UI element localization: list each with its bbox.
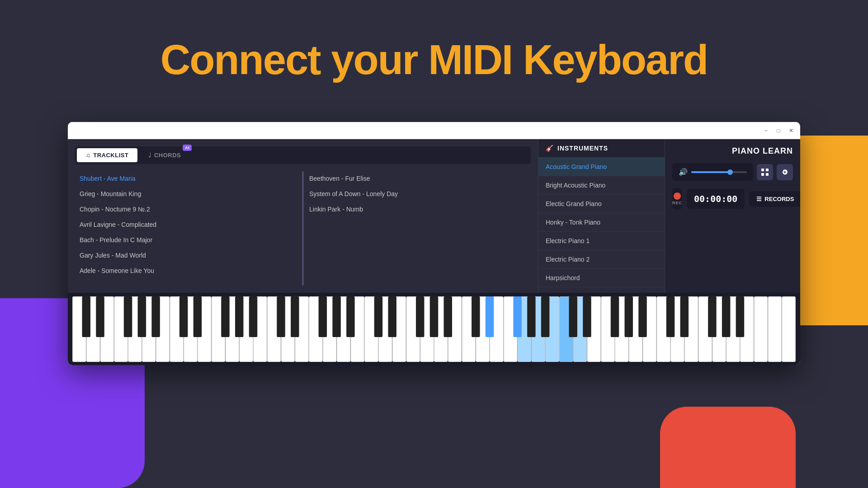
- svg-rect-2: [761, 173, 764, 176]
- list-item[interactable]: Bach - Prelude In C Major: [75, 233, 301, 247]
- piano-svg: [72, 296, 796, 362]
- record-row: REC 00:00:00 ☰ RECORDS: [672, 188, 793, 210]
- instrument-item[interactable]: Acoustic Grand Piano: [538, 158, 665, 176]
- black-key[interactable]: [722, 296, 730, 337]
- instruments-panel: 🎸 INSTRUMENTS Acoustic Grand Piano Brigh…: [538, 139, 665, 293]
- black-key[interactable]: [249, 296, 257, 337]
- bg-decoration-red: [660, 407, 796, 488]
- guitar-icon: 🎸: [546, 145, 554, 152]
- list-item[interactable]: System of A Down - Lonely Day: [305, 187, 531, 201]
- title-bar: − □ ✕: [68, 122, 800, 139]
- svg-rect-0: [761, 169, 764, 171]
- close-button[interactable]: ✕: [788, 127, 795, 134]
- white-key[interactable]: [754, 296, 768, 362]
- instrument-item[interactable]: Honky - Tonk Piano: [538, 213, 665, 232]
- black-key[interactable]: [319, 296, 327, 337]
- svg-rect-1: [766, 169, 769, 171]
- list-item[interactable]: Avril Lavigne - Complicated: [75, 217, 301, 232]
- white-key[interactable]: [768, 296, 782, 362]
- chords-tab-icon: ♩: [148, 152, 151, 159]
- list-item[interactable]: Beethoven - Fur Elise: [305, 171, 531, 186]
- tracklist-tab-label: TRACKLIST: [93, 152, 128, 159]
- instrument-item[interactable]: Electic Grand Piano: [538, 195, 665, 213]
- tracklist-tab-icon: ♫: [86, 152, 90, 159]
- black-key[interactable]: [513, 296, 521, 337]
- app-content: ♫ TRACKLIST AI ♩ CHORDS Shubert - Ave Ma…: [68, 139, 800, 293]
- left-panel: ♫ TRACKLIST AI ♩ CHORDS Shubert - Ave Ma…: [68, 139, 538, 293]
- black-key[interactable]: [416, 296, 424, 337]
- piano-learn-title: PIANO LEARN: [672, 146, 793, 156]
- black-key[interactable]: [666, 296, 675, 337]
- instrument-item[interactable]: Bright Acoustic Piano: [538, 176, 665, 195]
- black-key[interactable]: [430, 296, 438, 337]
- tracklist: Shubert - Ave Maria Grieg - Mountain Kin…: [75, 171, 531, 286]
- grid-view-button[interactable]: [757, 164, 773, 180]
- instruments-title: 🎸 INSTRUMENTS: [546, 145, 608, 152]
- app-window: − □ ✕ ♫ TRACKLIST AI ♩ CHORDS: [68, 122, 800, 365]
- timer-display: 00:00:00: [687, 189, 745, 209]
- records-label: RECORDS: [764, 196, 794, 202]
- black-key[interactable]: [151, 296, 160, 337]
- instrument-item[interactable]: Harpsichord: [538, 269, 665, 287]
- black-key[interactable]: [82, 296, 90, 337]
- black-key[interactable]: [221, 296, 229, 337]
- right-panel: PIANO LEARN 🔊: [665, 139, 800, 293]
- volume-slider[interactable]: [691, 171, 747, 173]
- main-title: Connect your MIDI Keyboard: [0, 0, 868, 84]
- list-item[interactable]: Shubert - Ave Maria: [75, 171, 301, 186]
- list-item[interactable]: Linkin Park - Numb: [305, 202, 531, 216]
- list-item[interactable]: Chopin - Nocturne 9 №.2: [75, 202, 301, 216]
- black-key[interactable]: [235, 296, 243, 337]
- instrument-item[interactable]: Electric Piano 1: [538, 232, 665, 250]
- black-key[interactable]: [124, 296, 132, 337]
- chords-tab-label: CHORDS: [154, 152, 181, 159]
- black-key[interactable]: [444, 296, 452, 337]
- volume-control: 🔊: [672, 163, 753, 181]
- black-key[interactable]: [291, 296, 299, 337]
- black-key[interactable]: [569, 296, 577, 337]
- volume-fill: [691, 171, 730, 173]
- black-key[interactable]: [332, 296, 340, 337]
- records-icon: ☰: [756, 196, 762, 202]
- black-key[interactable]: [472, 296, 480, 337]
- rec-dot: [674, 192, 681, 200]
- black-key[interactable]: [277, 296, 285, 337]
- black-key[interactable]: [96, 296, 104, 337]
- tab-chords[interactable]: AI ♩ CHORDS: [139, 148, 190, 162]
- black-key[interactable]: [179, 296, 188, 337]
- settings-button[interactable]: [777, 164, 793, 180]
- black-key[interactable]: [708, 296, 716, 337]
- black-key[interactable]: [138, 296, 146, 337]
- rec-button[interactable]: REC: [672, 188, 682, 210]
- black-key[interactable]: [736, 296, 744, 337]
- minimize-button[interactable]: −: [762, 127, 769, 134]
- records-button[interactable]: ☰ RECORDS: [749, 191, 800, 207]
- instrument-item[interactable]: Electric Piano 2: [538, 250, 665, 269]
- black-key[interactable]: [611, 296, 619, 337]
- black-key[interactable]: [193, 296, 202, 337]
- white-key[interactable]: [782, 296, 796, 362]
- list-item[interactable]: Gary Jules - Mad World: [75, 248, 301, 263]
- tab-tracklist[interactable]: ♫ TRACKLIST: [77, 148, 137, 162]
- rec-label: REC: [672, 201, 682, 205]
- black-key[interactable]: [541, 296, 549, 337]
- black-key[interactable]: [374, 296, 382, 337]
- black-key[interactable]: [388, 296, 396, 337]
- black-key[interactable]: [625, 296, 633, 337]
- instruments-list: Acoustic Grand Piano Bright Acoustic Pia…: [538, 158, 665, 293]
- instruments-title-label: INSTRUMENTS: [557, 145, 608, 152]
- black-key[interactable]: [346, 296, 354, 337]
- maximize-button[interactable]: □: [775, 127, 782, 134]
- black-key[interactable]: [486, 296, 494, 337]
- list-item[interactable]: Adele - Someone Like You: [75, 263, 301, 278]
- ai-badge: AI: [183, 145, 192, 151]
- black-key[interactable]: [527, 296, 535, 337]
- list-item[interactable]: Grieg - Mountain King: [75, 187, 301, 201]
- black-key[interactable]: [638, 296, 646, 337]
- tracklist-divider[interactable]: [302, 171, 304, 286]
- instruments-header: 🎸 INSTRUMENTS: [538, 139, 665, 158]
- window-controls: − □ ✕: [762, 127, 795, 134]
- volume-knob[interactable]: [727, 169, 733, 175]
- black-key[interactable]: [583, 296, 591, 337]
- black-key[interactable]: [680, 296, 689, 337]
